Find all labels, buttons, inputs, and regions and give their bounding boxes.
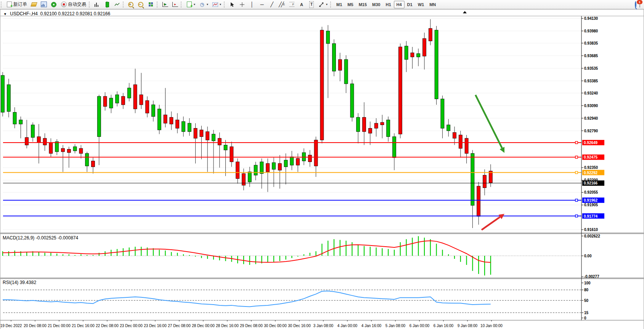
toolbar-grip bbox=[330, 2, 333, 8]
svg-text:22 Dec 08:00: 22 Dec 08:00 bbox=[96, 324, 119, 328]
ohlc-low: 0.92081 bbox=[76, 11, 92, 16]
svg-text:5 Jan 08:00: 5 Jan 08:00 bbox=[385, 324, 406, 328]
svg-text:29 Dec 08:00: 29 Dec 08:00 bbox=[240, 324, 263, 328]
channel-tool-button[interactable]: ╱╱E bbox=[277, 0, 287, 9]
dropdown-caret-icon: ▾ bbox=[194, 3, 195, 6]
chart-shift-button[interactable]: ▸ bbox=[170, 0, 180, 9]
rsi-value: 39.4382 bbox=[20, 280, 36, 285]
dropdown-caret-icon: ▾ bbox=[326, 3, 328, 6]
auto-trading-button[interactable]: 自动交易 bbox=[59, 0, 88, 9]
auto-trading-label: 自动交易 bbox=[68, 1, 86, 8]
arrows-tool-button[interactable]: ▾ bbox=[316, 0, 329, 9]
text-icon: A bbox=[299, 2, 305, 8]
price-chart-canvas[interactable]: 0.941300.939800.938350.936850.935350.933… bbox=[0, 10, 644, 329]
svg-text:9 Jan 08:00: 9 Jan 08:00 bbox=[458, 324, 478, 328]
candle-chart-mode-button[interactable] bbox=[102, 0, 112, 9]
chart-shift-icon: ▸ bbox=[172, 2, 178, 8]
macd-indicator-label: MACD(12,26,9) -0.002525 -0.000874 bbox=[3, 235, 78, 241]
gold-icon bbox=[31, 2, 37, 8]
templates-button[interactable]: ▾ bbox=[210, 0, 223, 9]
svg-text:0.92166: 0.92166 bbox=[584, 181, 598, 185]
signals-button[interactable] bbox=[49, 0, 59, 9]
chart-symbol-period: USDCHF-,H4 bbox=[10, 11, 38, 16]
notification-badge: 1 bbox=[637, 0, 642, 4]
ohlc-high: 0.92212 bbox=[58, 11, 74, 16]
vertical-line-tool-button[interactable]: │ bbox=[247, 0, 257, 9]
notifications-button[interactable]: 1 bbox=[639, 2, 640, 7]
svg-text:0.93090: 0.93090 bbox=[584, 104, 598, 108]
zoom-in-button[interactable]: + bbox=[126, 0, 136, 9]
indicators-icon bbox=[186, 2, 192, 8]
horizontal-line-tool-button[interactable]: ─ bbox=[257, 0, 267, 9]
search-button[interactable] bbox=[635, 2, 636, 7]
svg-text:19 Dec 2022: 19 Dec 2022 bbox=[0, 324, 22, 328]
svg-text:0.92475: 0.92475 bbox=[584, 155, 598, 159]
timeframe-mn-button[interactable]: MN bbox=[427, 1, 438, 8]
line-chart-mode-button[interactable] bbox=[112, 0, 122, 9]
signal-icon bbox=[51, 2, 57, 8]
svg-text:0.93980: 0.93980 bbox=[584, 29, 598, 33]
new-chart-button[interactable] bbox=[39, 0, 49, 9]
text-label-tool-button[interactable]: T bbox=[307, 0, 316, 9]
svg-text:0.91610: 0.91610 bbox=[584, 228, 598, 232]
timeframe-m15-button[interactable]: M15 bbox=[356, 1, 369, 8]
crosshair-tool-button[interactable] bbox=[237, 0, 247, 9]
svg-text:0.002622: 0.002622 bbox=[584, 234, 600, 238]
timeframe-h1-button[interactable]: H1 bbox=[383, 1, 393, 8]
text-tool-button[interactable]: A bbox=[297, 0, 307, 9]
svg-text:3 Jan 08:00: 3 Jan 08:00 bbox=[313, 324, 334, 328]
svg-text:6 Jan 00:00: 6 Jan 00:00 bbox=[410, 324, 430, 328]
svg-text:0.91774: 0.91774 bbox=[584, 214, 598, 218]
macd-signal-value: -0.000874 bbox=[58, 235, 78, 241]
bar-chart-icon bbox=[94, 2, 100, 8]
cursor-icon bbox=[229, 2, 235, 8]
crosshair-icon bbox=[239, 2, 245, 8]
svg-text:50: 50 bbox=[584, 299, 589, 303]
timeframe-h4-button[interactable]: H4 bbox=[394, 1, 405, 8]
periods-button[interactable]: ◷ ▾ bbox=[197, 0, 210, 9]
svg-text:0.91962: 0.91962 bbox=[584, 198, 598, 202]
market-depth-button[interactable] bbox=[29, 0, 39, 9]
dropdown-caret-icon: ▾ bbox=[207, 3, 208, 6]
svg-text:0.92790: 0.92790 bbox=[584, 129, 598, 133]
tile-windows-icon bbox=[148, 2, 154, 8]
timeframe-m5-button[interactable]: M5 bbox=[345, 1, 356, 8]
timeframe-m30-button[interactable]: M30 bbox=[369, 1, 383, 8]
zoom-out-icon: − bbox=[138, 2, 144, 8]
bar-chart-mode-button[interactable] bbox=[92, 0, 102, 9]
timeframe-d1-button[interactable]: D1 bbox=[405, 1, 415, 8]
new-order-button[interactable]: 新订单 bbox=[4, 0, 29, 9]
chart-menu-triangle-icon[interactable]: ▼ bbox=[3, 12, 7, 16]
svg-text:0.91905: 0.91905 bbox=[584, 203, 598, 207]
svg-text:4 Jan 16:00: 4 Jan 16:00 bbox=[361, 324, 382, 328]
line-chart-icon bbox=[114, 2, 120, 8]
chart-window-icon bbox=[41, 2, 47, 8]
fibonacci-tool-button[interactable]: F bbox=[287, 0, 297, 9]
toolbar-grip bbox=[157, 2, 159, 8]
tile-windows-button[interactable] bbox=[146, 0, 156, 9]
svg-text:6 Jan 16:00: 6 Jan 16:00 bbox=[434, 324, 454, 328]
svg-text:0.92055: 0.92055 bbox=[584, 190, 598, 194]
timeframe-m1-button[interactable]: M1 bbox=[334, 1, 345, 8]
ohlc-close: 0.92166 bbox=[94, 11, 110, 16]
svg-text:0.92292: 0.92292 bbox=[584, 171, 598, 175]
svg-text:23 Dec 00:00: 23 Dec 00:00 bbox=[120, 324, 143, 328]
zoom-out-button[interactable]: − bbox=[136, 0, 146, 9]
timeframe-w1-button[interactable]: W1 bbox=[415, 1, 427, 8]
zoom-in-icon: + bbox=[128, 2, 134, 8]
svg-text:21 Dec 16:00: 21 Dec 16:00 bbox=[72, 324, 95, 328]
svg-text:28 Dec 00:00: 28 Dec 00:00 bbox=[192, 324, 215, 328]
svg-text:-0.00277: -0.00277 bbox=[584, 274, 599, 279]
svg-text:30 Dec 16:00: 30 Dec 16:00 bbox=[288, 324, 311, 328]
auto-scroll-button[interactable]: ▶ bbox=[160, 0, 170, 9]
toolbar-grip bbox=[1, 2, 3, 8]
indicators-button[interactable]: ▾ bbox=[184, 0, 197, 9]
cursor-tool-button[interactable] bbox=[227, 0, 237, 9]
auto-scroll-icon: ▶ bbox=[162, 2, 168, 8]
arrow-objects-icon bbox=[318, 2, 324, 8]
rsi-title: RSI(14) bbox=[3, 280, 18, 285]
trendline-tool-button[interactable]: ╱ bbox=[267, 0, 277, 9]
svg-text:0.92940: 0.92940 bbox=[584, 116, 598, 120]
svg-text:100: 100 bbox=[584, 281, 591, 285]
chart-window[interactable]: ▼ USDCHF-,H4 0.92100 0.92212 0.92081 0.9… bbox=[0, 9, 644, 329]
